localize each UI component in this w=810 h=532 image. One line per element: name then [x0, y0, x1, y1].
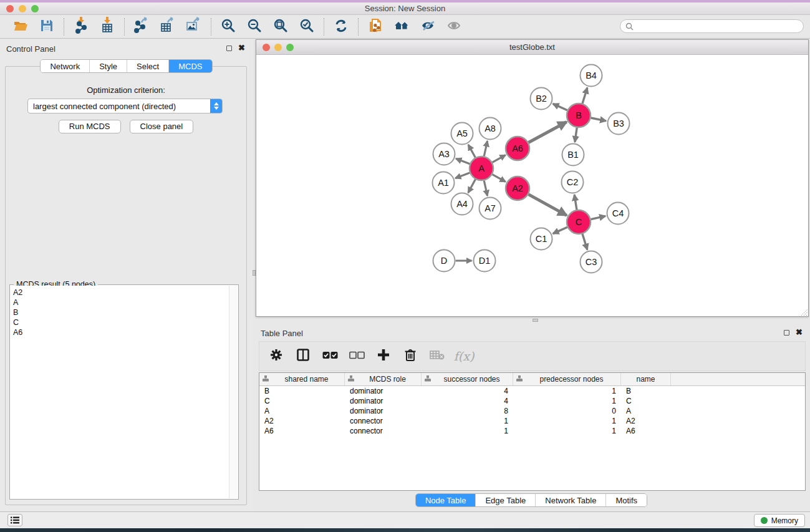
table-cell[interactable]: A6 — [259, 427, 345, 435]
deselect-all-button[interactable] — [349, 348, 365, 364]
table-cell[interactable]: A2 — [259, 417, 345, 425]
memory-button[interactable]: Memory — [754, 514, 805, 527]
graph-node-B[interactable]: B — [567, 104, 591, 127]
result-list-item[interactable]: C — [13, 317, 229, 327]
delete-button[interactable] — [402, 348, 418, 364]
close-panel-button[interactable]: Close panel — [130, 120, 194, 133]
graph-edge-A-A7[interactable] — [484, 181, 487, 196]
column-header-shared-name[interactable]: shared name — [259, 373, 345, 385]
graph-node-C4[interactable]: C4 — [607, 203, 629, 225]
graph-node-A1[interactable]: A1 — [433, 172, 455, 194]
graph-edge-A-A3[interactable] — [456, 158, 470, 164]
graph-edge-C-C1[interactable] — [553, 227, 567, 233]
column-header-MCDS-role[interactable]: MCDS role — [345, 373, 422, 385]
add-button[interactable] — [375, 348, 392, 364]
zoom-in-button[interactable] — [218, 17, 238, 36]
graph-node-A[interactable]: A — [470, 157, 493, 180]
result-list-item[interactable]: A6 — [13, 327, 229, 337]
graph-edge-B-B4[interactable] — [582, 88, 587, 104]
zoom-window-button[interactable] — [31, 5, 39, 12]
network-canvas[interactable]: B4B2BB3A8A5A6A3B1AC2A1A2A4A7C4CC1C3DD1 — [256, 56, 808, 316]
graph-node-A3[interactable]: A3 — [433, 143, 455, 165]
graph-node-C2[interactable]: C2 — [562, 172, 584, 193]
export-table-button[interactable] — [158, 17, 178, 36]
graph-edge-A-A8[interactable] — [484, 141, 487, 156]
graph-node-B4[interactable]: B4 — [581, 65, 602, 87]
graph-edge-B-B3[interactable] — [591, 118, 606, 121]
column-header-name[interactable]: name — [621, 373, 671, 385]
horizontal-split-divider[interactable] — [256, 317, 809, 324]
table-cell[interactable]: dominator — [345, 387, 422, 395]
minimize-window-button[interactable] — [19, 5, 26, 12]
table-cell[interactable]: 1 — [422, 427, 513, 435]
table-cell[interactable]: dominator — [345, 407, 422, 415]
graphics-details-button[interactable] — [418, 17, 438, 36]
run-mcds-button[interactable]: Run MCDS — [59, 120, 121, 133]
table-cell[interactable]: connector — [345, 417, 422, 425]
table-cell[interactable]: 8 — [422, 407, 513, 415]
first-neighbors-button[interactable] — [392, 17, 412, 36]
graph-edge-A6-B[interactable] — [529, 122, 567, 142]
zoom-fit-button[interactable] — [271, 17, 291, 36]
graph-node-A8[interactable]: A8 — [480, 118, 501, 140]
table-row[interactable]: A6connector11A6 — [259, 426, 805, 436]
table-cell[interactable]: C — [259, 397, 345, 405]
float-panel-icon[interactable] — [226, 46, 232, 51]
eye-button[interactable] — [444, 17, 464, 36]
table-row[interactable]: Cdominator41C — [259, 396, 805, 406]
graph-edge-C-C3[interactable] — [582, 234, 587, 249]
graph-node-B3[interactable]: B3 — [608, 113, 630, 135]
graph-edge-A2-C[interactable] — [529, 195, 567, 216]
table-cell[interactable]: C — [621, 397, 671, 405]
app-titlebar[interactable]: Session: New Session — [0, 2, 810, 15]
column-header-successor-nodes[interactable]: successor nodes — [422, 373, 513, 385]
resize-grip-icon[interactable] — [799, 307, 808, 316]
table-row[interactable]: A2connector11A2 — [259, 416, 805, 426]
tab-network-table[interactable]: Network Table — [535, 494, 605, 506]
task-history-button[interactable] — [7, 514, 22, 526]
table-cell[interactable]: 1 — [513, 397, 621, 405]
graph-node-C[interactable]: C — [567, 210, 591, 234]
graph-edge-A-A2[interactable] — [493, 175, 506, 182]
tab-mcds[interactable]: MCDS — [168, 60, 211, 72]
copy-network-button[interactable] — [365, 17, 385, 36]
graph-node-A4[interactable]: A4 — [451, 193, 473, 215]
table-cell[interactable]: 1 — [513, 387, 621, 395]
tab-edge-table[interactable]: Edge Table — [475, 494, 535, 506]
table-cell[interactable]: B — [621, 387, 671, 395]
tab-select[interactable]: Select — [127, 60, 168, 72]
tab-network[interactable]: Network — [41, 60, 89, 72]
search-input[interactable] — [634, 22, 803, 31]
graph-node-A5[interactable]: A5 — [451, 123, 473, 145]
tab-motifs[interactable]: Motifs — [605, 494, 647, 506]
column-header-predecessor-nodes[interactable]: predecessor nodes — [513, 373, 621, 385]
table-cell[interactable]: 1 — [513, 417, 621, 425]
table-cell[interactable]: A2 — [621, 417, 671, 425]
export-image-button[interactable] — [184, 17, 204, 36]
export-network-button[interactable] — [132, 17, 152, 36]
network-minimize-button[interactable] — [274, 44, 282, 51]
import-network-button[interactable] — [71, 17, 91, 36]
graph-edge-A-A1[interactable] — [455, 173, 470, 178]
table-cell[interactable]: connector — [345, 427, 422, 435]
result-list-item[interactable]: A — [13, 297, 229, 307]
table-cell[interactable]: A6 — [621, 427, 671, 435]
table-cell[interactable]: A — [259, 407, 345, 415]
table-cell[interactable]: 1 — [513, 427, 621, 435]
graph-edge-C-C2[interactable] — [574, 195, 577, 210]
import-table-button[interactable] — [97, 17, 117, 36]
table-cell[interactable]: 0 — [513, 407, 621, 415]
columns-button[interactable] — [295, 348, 311, 364]
table-row[interactable]: Bdominator41B — [259, 386, 805, 396]
select-all-button[interactable] — [322, 348, 338, 364]
table-cell[interactable]: dominator — [345, 397, 422, 405]
result-list-item[interactable]: A2 — [13, 288, 229, 297]
network-window-titlebar[interactable]: testGlobe.txt — [256, 40, 808, 55]
open-session-button[interactable] — [11, 17, 31, 36]
tab-style[interactable]: Style — [89, 60, 127, 72]
table-cell[interactable]: B — [259, 387, 345, 395]
graph-node-C1[interactable]: C1 — [531, 228, 552, 250]
graph-node-A2[interactable]: A2 — [506, 177, 529, 200]
result-scrollbar[interactable] — [229, 286, 238, 498]
table-row[interactable]: Adominator80A — [259, 406, 805, 416]
